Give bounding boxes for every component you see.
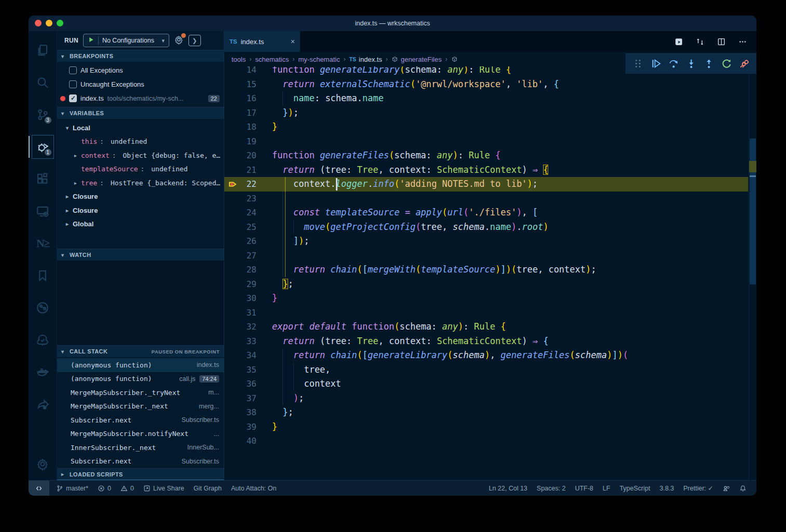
status-encoding[interactable]: UTF-8 xyxy=(570,481,598,496)
line-number[interactable]: 33 xyxy=(224,334,256,349)
code-line-32[interactable]: 32export default function(schema: any): … xyxy=(224,320,748,334)
line-number[interactable]: 37 xyxy=(224,391,256,406)
overview-ruler-scrollbar[interactable] xyxy=(749,66,756,480)
variables-scope-row[interactable]: ▸Closure xyxy=(57,203,224,217)
code-line-33[interactable]: 33 return (tree: Tree, context: Schemati… xyxy=(224,334,748,349)
breakpoints-section-header[interactable]: ▾ BREAKPOINTS xyxy=(57,50,224,62)
breakpoint-checkbox[interactable] xyxy=(69,94,77,102)
breadcrumb-item[interactable]: TSindex.ts xyxy=(349,56,382,63)
code-line-22[interactable]: 22 context.logger.info('adding NOTES.md … xyxy=(224,177,748,192)
disconnect-button[interactable] xyxy=(739,58,750,69)
breadcrumb-item[interactable]: my-schematic xyxy=(299,56,340,63)
code-line-27[interactable]: 27 xyxy=(224,249,748,263)
code-line-40[interactable]: 40 xyxy=(224,434,748,448)
step-over-button[interactable] xyxy=(668,58,679,69)
breakpoint-row[interactable]: Uncaught Exceptions xyxy=(57,77,224,91)
activity-bar-remote-explorer-icon[interactable] xyxy=(29,195,57,227)
activity-bar-bookmarks-icon[interactable] xyxy=(29,260,57,292)
breakpoint-row[interactable]: index.tstools/schematics/my-sch...22 xyxy=(57,91,224,105)
zoom-window-button[interactable] xyxy=(57,20,63,26)
status-eol[interactable]: LF xyxy=(598,481,615,496)
debug-console-button[interactable]: ❯ xyxy=(188,35,201,46)
activity-bar-nx-console-icon[interactable]: N≥ xyxy=(29,227,57,260)
line-number[interactable]: 21 xyxy=(224,163,256,178)
breakpoint-checkbox[interactable] xyxy=(69,80,77,88)
status-ts-version[interactable]: 3.8.3 xyxy=(655,481,679,496)
breadcrumb-item[interactable] xyxy=(451,56,460,63)
breadcrumb-item[interactable]: tools xyxy=(232,56,246,63)
launch-configuration-dropdown[interactable]: No Configurations ▾ xyxy=(83,34,169,47)
activity-bar-source-control-icon[interactable]: 3 xyxy=(29,99,57,131)
call-stack-frame[interactable]: (anonymous function)index.ts xyxy=(57,358,224,372)
line-number[interactable]: 36 xyxy=(224,377,256,391)
activity-bar-git-graph-icon[interactable] xyxy=(29,292,57,324)
activity-bar-run-and-debug-icon[interactable]: 1 xyxy=(29,131,57,163)
status-indentation[interactable]: Spaces: 2 xyxy=(532,481,571,496)
title-bar[interactable]: index.ts — wrkschematics xyxy=(29,16,756,31)
line-number[interactable]: 30 xyxy=(224,291,256,306)
call-stack-frame[interactable]: MergeMapSubscriber._nextmerg... xyxy=(57,400,224,414)
restart-button[interactable] xyxy=(721,58,732,69)
line-number[interactable]: 29 xyxy=(224,277,256,292)
code-line-25[interactable]: 25 move(getProjectConfig(tree, schema.na… xyxy=(224,220,748,235)
status-warnings[interactable]: 0 xyxy=(116,481,139,496)
line-number[interactable]: 39 xyxy=(224,420,256,434)
status-auto-attach[interactable]: Auto Attach: On xyxy=(226,481,281,496)
line-number[interactable]: 35 xyxy=(224,363,256,377)
breakpoint-row[interactable]: All Exceptions xyxy=(57,63,224,77)
variables-section-header[interactable]: ▾ VARIABLES xyxy=(57,107,224,119)
code-line-26[interactable]: 26 ]); xyxy=(224,234,748,249)
activity-bar-testing-icon[interactable] xyxy=(29,324,57,356)
call-stack-frame[interactable]: (anonymous function)call.js74:24 xyxy=(57,372,224,386)
code-line-38[interactable]: 38 }; xyxy=(224,405,748,420)
variables-scope-row[interactable]: ▸Global xyxy=(57,217,224,231)
compare-changes-icon[interactable] xyxy=(696,37,704,46)
variables-scope-row[interactable]: ▸Closure xyxy=(57,190,224,204)
activity-bar-explorer-icon[interactable] xyxy=(29,34,57,66)
variable-row[interactable]: ▸tree: HostTree {_backend: ScopedH… xyxy=(57,176,224,190)
minimize-window-button[interactable] xyxy=(46,20,52,26)
code-line-37[interactable]: 37 ); xyxy=(224,391,748,406)
line-number[interactable]: 18 xyxy=(224,120,256,134)
variable-row[interactable]: templateSource: undefined xyxy=(57,162,224,176)
line-number[interactable]: 20 xyxy=(224,148,256,163)
close-window-button[interactable] xyxy=(35,20,42,26)
tab-index-ts[interactable]: TS index.ts × xyxy=(224,31,300,52)
activity-bar-manage-icon[interactable] xyxy=(29,448,57,480)
close-tab-icon[interactable]: × xyxy=(291,37,295,46)
code-line-15[interactable]: 15 return externalSchematic('@nrwl/works… xyxy=(224,77,748,92)
code-line-34[interactable]: 34 return chain([generateLibrary(schema)… xyxy=(224,348,748,363)
status-errors[interactable]: 0 xyxy=(93,481,116,496)
code-line-20[interactable]: 20function generateFiles(schema: any): R… xyxy=(224,148,748,163)
line-number[interactable]: 34 xyxy=(224,348,256,363)
line-number[interactable]: 17 xyxy=(224,106,256,120)
variable-row[interactable]: ▸context: Object {debug: false, en… xyxy=(57,148,224,162)
activity-bar-extensions-icon[interactable] xyxy=(29,163,57,195)
status-notifications[interactable] xyxy=(735,481,751,496)
line-number[interactable]: 15 xyxy=(224,77,256,92)
continue-button[interactable] xyxy=(651,58,661,69)
more-actions-icon[interactable] xyxy=(738,37,747,46)
code-line-24[interactable]: 24 const templateSource = apply(url('./f… xyxy=(224,206,748,220)
variables-scope-row[interactable]: ▾Local xyxy=(57,121,224,135)
code-line-36[interactable]: 36 context xyxy=(224,377,748,391)
line-number[interactable]: 23 xyxy=(224,192,256,206)
code-line-21[interactable]: 21 return (tree: Tree, context: Schemati… xyxy=(224,163,748,178)
line-number[interactable]: 32 xyxy=(224,320,256,334)
line-number[interactable]: 16 xyxy=(224,91,256,106)
code-line-35[interactable]: 35 tree, xyxy=(224,363,748,377)
line-number[interactable]: 25 xyxy=(224,220,256,235)
status-language-mode[interactable]: TypeScript xyxy=(615,481,655,496)
status-remote-indicator[interactable] xyxy=(29,481,49,496)
code-line-23[interactable]: 23 xyxy=(224,192,748,206)
drag-handle[interactable] xyxy=(633,58,644,69)
code-editor[interactable]: 14function generateLibrary(schema: any):… xyxy=(224,66,756,480)
call-stack-frame[interactable]: InnerSubscriber._nextInnerSub... xyxy=(57,441,224,455)
status-cursor-position[interactable]: Ln 22, Col 13 xyxy=(484,481,532,496)
split-editor-icon[interactable] xyxy=(717,37,726,46)
open-changes-icon[interactable] xyxy=(674,37,683,46)
call-stack-frame[interactable]: MergeMapSubscriber.notifyNext... xyxy=(57,427,224,441)
line-number[interactable]: 19 xyxy=(224,134,256,149)
status-feedback[interactable] xyxy=(718,481,735,496)
line-number[interactable]: 38 xyxy=(224,405,256,420)
